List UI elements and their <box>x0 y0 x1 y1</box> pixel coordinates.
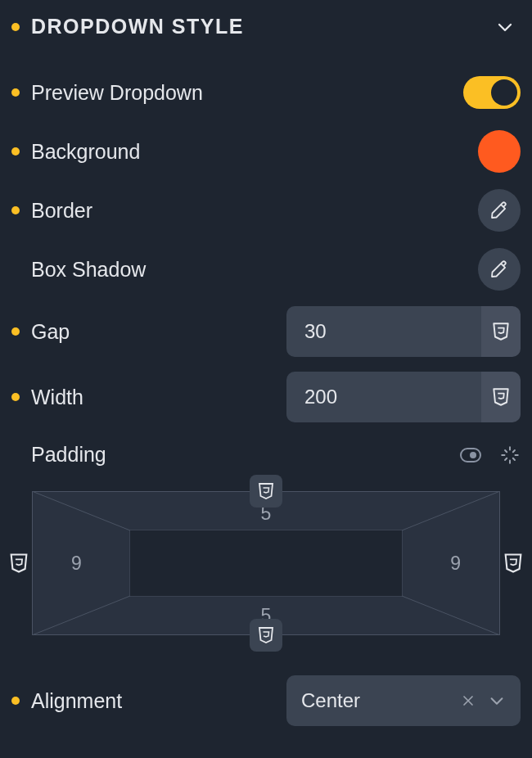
pencil-icon <box>489 259 509 279</box>
gap-unit-button[interactable] <box>481 306 521 357</box>
row-box-shadow: Box Shadow <box>11 240 521 299</box>
padding-right-value[interactable]: 9 <box>450 553 461 575</box>
row-preview-dropdown: Preview Dropdown <box>11 63 521 122</box>
changed-indicator <box>11 23 20 31</box>
padding-left-unit[interactable] <box>2 547 35 580</box>
width-unit-button[interactable] <box>481 372 521 422</box>
css-shield-icon <box>490 321 512 342</box>
label-preview-dropdown: Preview Dropdown <box>31 81 203 105</box>
row-width: Width <box>11 364 521 430</box>
row-background: Background <box>11 122 521 181</box>
padding-right-unit[interactable] <box>497 547 530 580</box>
svg-line-3 <box>402 491 500 530</box>
background-color-swatch[interactable] <box>478 130 521 173</box>
width-input-group <box>286 372 521 422</box>
css-shield-icon <box>256 625 276 645</box>
label-width: Width <box>31 386 83 409</box>
close-icon[interactable] <box>460 693 476 709</box>
svg-line-2 <box>32 491 130 530</box>
padding-top-unit[interactable] <box>250 475 282 508</box>
pill-toggle-icon <box>460 448 481 462</box>
label-background: Background <box>31 140 140 164</box>
chevron-down-icon[interactable] <box>494 16 516 38</box>
changed-indicator <box>11 327 20 336</box>
padding-bottom-unit[interactable] <box>250 619 282 652</box>
padding-linked-toggle[interactable] <box>460 448 481 462</box>
changed-indicator <box>11 206 20 214</box>
label-box-shadow: Box Shadow <box>31 258 146 282</box>
changed-indicator <box>11 393 20 401</box>
section-title: DROPDOWN STYLE <box>31 15 244 38</box>
label-alignment: Alignment <box>31 689 122 713</box>
css-shield-icon <box>7 552 30 575</box>
gap-input[interactable] <box>286 306 481 357</box>
chevron-down-icon[interactable] <box>488 692 506 710</box>
alignment-value: Center <box>301 689 360 712</box>
padding-left-value[interactable]: 9 <box>71 553 82 575</box>
changed-indicator <box>11 147 20 156</box>
svg-line-4 <box>32 596 130 635</box>
pencil-icon <box>489 201 509 220</box>
svg-line-5 <box>402 596 500 635</box>
padding-visual-editor: 5 5 9 9 <box>11 473 521 668</box>
box-shadow-edit-button[interactable] <box>478 248 521 291</box>
row-border: Border <box>11 181 521 240</box>
alignment-select[interactable]: Center <box>286 675 521 726</box>
label-border: Border <box>31 199 92 223</box>
row-alignment: Alignment Center <box>11 668 521 733</box>
row-padding-header: Padding <box>11 430 521 467</box>
css-shield-icon <box>256 481 276 501</box>
label-gap: Gap <box>31 320 70 344</box>
width-input[interactable] <box>286 372 481 422</box>
padding-box[interactable]: 5 5 9 9 <box>32 491 500 635</box>
changed-indicator <box>11 697 20 705</box>
row-gap: Gap <box>11 299 521 364</box>
gap-input-group <box>286 306 521 357</box>
toggle-knob <box>491 79 517 106</box>
preview-dropdown-toggle[interactable] <box>463 76 521 109</box>
css-shield-icon <box>490 386 512 408</box>
padding-inner-box <box>130 530 402 596</box>
section-header[interactable]: DROPDOWN STYLE <box>0 0 532 63</box>
label-padding: Padding <box>31 443 106 467</box>
dropdown-style-panel: DROPDOWN STYLE Preview Dropdown Backgrou… <box>0 0 532 733</box>
unlink-icon <box>499 444 521 466</box>
border-edit-button[interactable] <box>478 189 521 232</box>
css-shield-icon <box>502 552 525 575</box>
padding-link-button[interactable] <box>499 444 521 466</box>
changed-indicator <box>11 88 20 97</box>
